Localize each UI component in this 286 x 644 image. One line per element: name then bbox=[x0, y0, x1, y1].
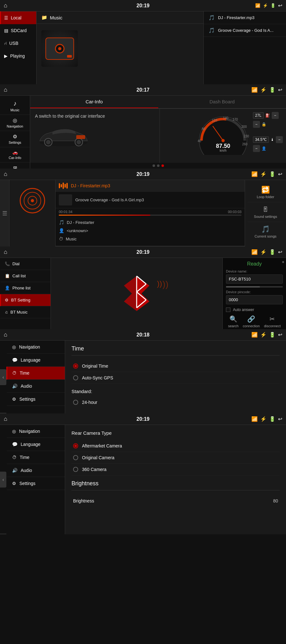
p2-back-icon[interactable]: ↩ bbox=[278, 87, 282, 93]
p6-time-item[interactable]: ⏱ Time bbox=[6, 451, 65, 464]
p6-settings-item[interactable]: ⚙ Settings bbox=[6, 477, 65, 490]
p6-lang-item[interactable]: 💬 Language bbox=[6, 438, 65, 451]
auto-answer-checkbox[interactable] bbox=[226, 308, 230, 312]
file-item[interactable]: 🎵 Groove Coverage - God Is A... bbox=[204, 24, 286, 37]
fuel-minus-btn[interactable]: − bbox=[272, 112, 279, 119]
status-home-icon[interactable]: ⌂ bbox=[4, 2, 7, 9]
tab-dashboard[interactable]: Dash Board bbox=[158, 96, 286, 108]
p4-home-icon[interactable]: ⌂ bbox=[4, 249, 7, 255]
file-list-panel: 🎵 DJ - Firestarter.mp3 🎵 Groove Coverage… bbox=[203, 11, 286, 84]
radio-autosync[interactable] bbox=[73, 375, 78, 380]
p5-back-icon[interactable]: ↩ bbox=[278, 332, 282, 338]
p3-bt-icon: ⚡ bbox=[260, 171, 267, 177]
temp-value: 34.5℃ bbox=[253, 136, 269, 143]
autosync-option[interactable]: Auto-Sync GPS bbox=[72, 372, 280, 384]
p2-home-icon[interactable]: ⌂ bbox=[4, 87, 7, 93]
progress-bar[interactable] bbox=[59, 215, 242, 216]
battery-icon: 🔋 bbox=[270, 3, 276, 8]
inactive-track[interactable]: Groove Coverage - God Is A Girl.mp3 bbox=[56, 192, 245, 208]
p4-back-icon[interactable]: ↩ bbox=[278, 249, 282, 255]
svg-rect-5 bbox=[76, 135, 85, 139]
local-icon: ☰ bbox=[4, 15, 8, 20]
volume-control: − 👤 bbox=[253, 145, 283, 152]
temp-minus-btn[interactable]: − bbox=[276, 136, 283, 143]
panel6-time: 20:19 bbox=[137, 416, 150, 422]
sidebar-item-dial[interactable]: 📞 Dial bbox=[0, 258, 51, 270]
sdcard-icon: ▤ bbox=[4, 28, 8, 33]
sound-settings-btn[interactable]: 🎚 Sound settings bbox=[248, 202, 283, 222]
sidebar-item-music[interactable]: ♪ Music bbox=[0, 97, 30, 115]
bt-wave2: )) bbox=[162, 279, 168, 289]
sidebar-item-settings[interactable]: ⚙ Settings bbox=[0, 131, 30, 147]
sound-settings-icon: 🎚 bbox=[262, 205, 269, 214]
standard-section: Standard: 24-hour bbox=[72, 389, 280, 408]
p3-back-icon[interactable]: ↩ bbox=[278, 171, 282, 177]
p4-batt-icon: 🔋 bbox=[269, 249, 276, 255]
pincode-label: Device pincode: bbox=[226, 290, 283, 294]
sidebar-item-playing[interactable]: ▶ Playing bbox=[0, 50, 36, 62]
sidebar-item-sdcard[interactable]: ▤ SDCard bbox=[0, 24, 36, 37]
settings-time-item[interactable]: ⏱ Time bbox=[6, 367, 65, 380]
bt-scrollbar[interactable] bbox=[226, 286, 283, 287]
p6-home-icon[interactable]: ⌂ bbox=[4, 416, 7, 422]
p3-home-icon[interactable]: ⌂ bbox=[4, 171, 7, 177]
bt-disconnect-btn[interactable]: ✂ disconnect bbox=[264, 315, 281, 328]
fuel-icon: ⛽ bbox=[265, 113, 270, 118]
bt-search-btn[interactable]: 🔍 search bbox=[228, 315, 239, 328]
file-browser-panel: ⌂ 20:19 📶 ⚡ 🔋 ↩ ☰ Local ▤ SDCard ⑁ USB bbox=[0, 0, 286, 84]
radio-original-camera[interactable] bbox=[73, 455, 78, 460]
360-camera-option[interactable]: 360 Camera bbox=[72, 464, 280, 475]
temp-icon: 🌡 bbox=[270, 137, 274, 142]
playing-icon: ▶ bbox=[4, 53, 8, 59]
settings-lang-item[interactable]: 💬 Language bbox=[6, 354, 65, 367]
loop-folder-btn[interactable]: 🔁 Loop folder bbox=[248, 183, 283, 202]
p5-home-icon[interactable]: ⌂ bbox=[4, 331, 7, 338]
nav-icon: ◎ bbox=[12, 344, 16, 350]
lock-minus-btn[interactable]: − bbox=[253, 121, 260, 128]
settings-settings-item[interactable]: ⚙ Settings bbox=[6, 393, 65, 406]
bt-connection-btn[interactable]: 🔗 connection bbox=[243, 315, 260, 328]
file-item[interactable]: 🎵 DJ - Firestarter.mp3 bbox=[204, 11, 286, 24]
player-content: DJ - Firestarter.mp3 Groove Coverage - G… bbox=[56, 180, 245, 246]
p6-nav-item[interactable]: ◎ Navigation bbox=[6, 425, 65, 438]
music-player-panel: ⌂ 20:19 📶 ⚡ 🔋 ↩ ☰ bbox=[0, 169, 286, 246]
tab-carinfo[interactable]: Car-Info bbox=[30, 96, 158, 108]
sidebar-item-btsetting[interactable]: ⚙ BT Setting bbox=[0, 294, 51, 306]
active-track[interactable]: DJ - Firestarter.mp3 bbox=[56, 180, 245, 192]
original-time-option[interactable]: Original Time bbox=[72, 360, 280, 372]
settings-time-content: Time Original Time Auto-Sync GPS Standar… bbox=[65, 341, 286, 413]
vol-minus-btn[interactable]: − bbox=[253, 145, 260, 152]
sidebar-item-navigation[interactable]: ◎ Navigation bbox=[0, 115, 30, 131]
sidebar-item-btmusic[interactable]: ♫ BT Music bbox=[0, 306, 51, 318]
phonelist-icon: 👤 bbox=[5, 286, 10, 290]
album-art bbox=[41, 30, 78, 67]
temp-control: 34.5℃ 🌡 − bbox=[253, 136, 283, 143]
p6-collapse-arrow[interactable]: ‹ bbox=[0, 472, 6, 488]
file-name-2: Groove Coverage - God Is A... bbox=[218, 28, 274, 33]
original-camera-option[interactable]: Original Camera bbox=[72, 452, 280, 464]
settings-sidebar: ◎ Navigation 💬 Language ⏱ Time 🔊 Audio ⚙… bbox=[6, 341, 65, 413]
radio-360-camera[interactable] bbox=[73, 467, 78, 472]
progress-fill bbox=[59, 215, 150, 216]
settings-audio-item[interactable]: 🔊 Audio bbox=[6, 380, 65, 393]
p6-audio-item[interactable]: 🔊 Audio bbox=[6, 464, 65, 477]
p6-back-icon[interactable]: ↩ bbox=[278, 416, 282, 422]
aftermarket-camera-option[interactable]: Aftermarket Camera bbox=[72, 440, 280, 452]
sidebar-item-phonelist[interactable]: 👤 Phone list bbox=[0, 282, 51, 294]
sidebar-item-local[interactable]: ☰ Local bbox=[0, 11, 36, 24]
radio-original-time[interactable] bbox=[73, 364, 78, 369]
menu-icon[interactable]: ☰ bbox=[0, 180, 10, 246]
back-icon[interactable]: ↩ bbox=[278, 3, 282, 9]
24hour-option[interactable]: 24-hour bbox=[72, 397, 280, 408]
sidebar-item-usb[interactable]: ⑁ USB bbox=[0, 37, 36, 50]
collapse-arrow[interactable]: ‹ bbox=[0, 369, 6, 385]
svg-text:40: 40 bbox=[198, 139, 201, 143]
settings-nav-item[interactable]: ◎ Navigation bbox=[6, 341, 65, 354]
track-title: DJ - Firestarter bbox=[67, 220, 94, 225]
current-songs-btn[interactable]: 🎵 Current songs bbox=[248, 222, 283, 241]
radio-aftermarket[interactable] bbox=[73, 443, 78, 448]
loop-folder-icon: 🔁 bbox=[261, 186, 270, 194]
sidebar-item-carinfo[interactable]: 🚗 Car-Info bbox=[0, 147, 30, 163]
radio-24hour[interactable] bbox=[73, 400, 78, 405]
sidebar-item-calllist[interactable]: 📋 Call list bbox=[0, 270, 51, 282]
